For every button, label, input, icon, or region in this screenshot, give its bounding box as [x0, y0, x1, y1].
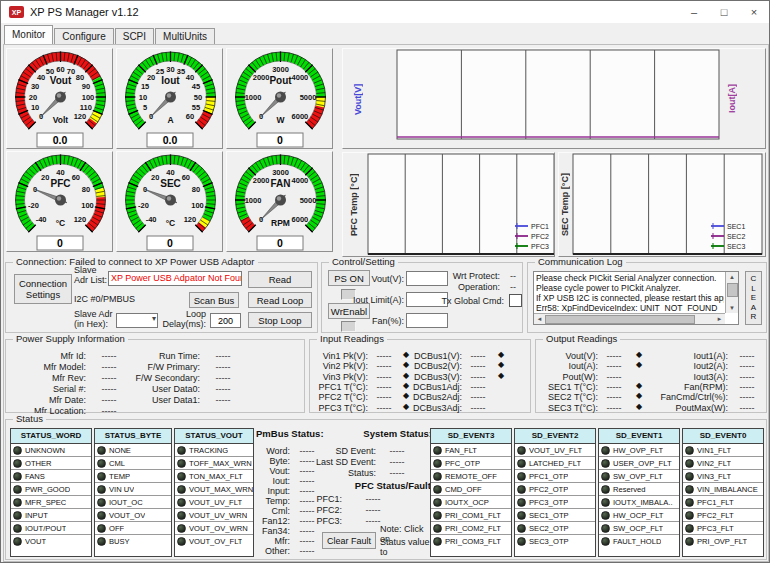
- sd-event-table-2-row-label: FAULT_HOLD: [613, 537, 661, 546]
- status-table-1-row[interactable]: VOUT_OV: [95, 509, 171, 522]
- status-table-2-row[interactable]: VOUT_UV_WRN: [175, 509, 253, 522]
- svg-text:PFC3: PFC3: [531, 243, 549, 250]
- status-table-1-row[interactable]: BUSY: [95, 535, 171, 548]
- sd-event-table-1-row[interactable]: PFC3_OTP: [515, 496, 595, 509]
- status-table-0-row[interactable]: VOUT: [11, 535, 91, 548]
- sd-event-table-1-row[interactable]: VOUT_UV_FLT: [515, 444, 595, 457]
- tx-global-checkbox[interactable]: [509, 294, 522, 307]
- ps-on-button[interactable]: PS ON: [328, 270, 370, 286]
- status-table-0-row[interactable]: INPUT: [11, 509, 91, 522]
- status-table-2-row[interactable]: TOFF_MAX_WRN: [175, 457, 253, 470]
- ps-info-group-title: Power Supply Information: [13, 333, 128, 344]
- sd-event-table-3-row[interactable]: PFC2_FLT: [683, 509, 763, 522]
- wr-enabl-button[interactable]: WrEnabl: [328, 303, 370, 319]
- sd-event-table-3-row[interactable]: VIN1_FLT: [683, 444, 763, 457]
- clear-fault-button[interactable]: Clear Fault: [322, 532, 376, 549]
- status-table-1-row[interactable]: OFF: [95, 522, 171, 535]
- sd-event-table-0-row[interactable]: CMD_OFF: [431, 483, 511, 496]
- sd-event-table-2-row[interactable]: IOUTX_IMBALA..: [599, 496, 679, 509]
- scroll-left-icon[interactable]: ◄: [534, 314, 545, 324]
- sd-event-table-3-row[interactable]: PRI_OVP_FLT: [683, 535, 763, 548]
- sd-event-table-1-row[interactable]: SEC2_OTP: [515, 522, 595, 535]
- status-table-0-row[interactable]: FANS: [11, 470, 91, 483]
- status-table-2-row-label: VOUT_UV_WRN: [189, 511, 247, 520]
- scroll-down-icon[interactable]: ▼: [727, 303, 738, 313]
- status-table-2-row[interactable]: VOUT_OV_WRN: [175, 522, 253, 535]
- status-table-1-row[interactable]: NONE: [95, 444, 171, 457]
- sd-event-table-0-row-label: IOUTX_OCP: [445, 498, 489, 507]
- clear-log-button[interactable]: CLEAR: [745, 271, 762, 325]
- connection-settings-button[interactable]: Connection Settings: [14, 274, 72, 304]
- sd-event-table-2-row[interactable]: HW_OCP_FLT: [599, 509, 679, 522]
- svg-text:20: 20: [147, 73, 155, 82]
- svg-text:SEC3: SEC3: [727, 243, 745, 250]
- status-led: [601, 472, 610, 481]
- status-table-0-row[interactable]: UNKNOWN: [11, 444, 91, 457]
- svg-text:Iout: Iout: [161, 75, 180, 86]
- pmbus-label: Vout:: [256, 466, 290, 476]
- sd-event-table-1-row[interactable]: SEC1_OTP: [515, 509, 595, 522]
- fan-set-input[interactable]: [406, 313, 448, 328]
- status-table-1-row[interactable]: CML: [95, 457, 171, 470]
- svg-text:120: 120: [74, 215, 87, 224]
- comm-log-box[interactable]: Please check PICkit Serial Analyzer conn…: [533, 271, 739, 325]
- slave-adr-select[interactable]: ▾: [116, 313, 158, 328]
- sd-event-table-0-row[interactable]: PRI_COM2_FLT: [431, 522, 511, 535]
- sd-event-table-0-row[interactable]: PFC_OTP: [431, 457, 511, 470]
- output-reading-value: -----: [732, 392, 762, 402]
- sd-event-table-2-row[interactable]: HW_OVP_FLT: [599, 444, 679, 457]
- status-table-0-row[interactable]: MFR_SPEC: [11, 496, 91, 509]
- loop-delay-input[interactable]: [210, 313, 241, 328]
- vout-set-input[interactable]: [406, 271, 448, 286]
- status-table-1-header: STATUS_BYTE: [95, 429, 171, 444]
- sd-event-table-2-row[interactable]: SW_OVP_FLT: [599, 470, 679, 483]
- sd-event-table-2-row[interactable]: Reserved: [599, 483, 679, 496]
- sd-event-table-0-row[interactable]: PRI_COM3_FLT: [431, 535, 511, 548]
- sd-event-table-3-row[interactable]: VIN_IMBALANCE: [683, 483, 763, 496]
- status-table-1-row[interactable]: VIN UV: [95, 483, 171, 496]
- status-table-2-row[interactable]: TRACKING: [175, 444, 253, 457]
- read-loop-button[interactable]: Read Loop: [248, 292, 312, 308]
- sd-event-table-3-row[interactable]: VIN3_FLT: [683, 470, 763, 483]
- vout-axis-label: Vout[V]: [353, 61, 363, 137]
- sd-event-table-0-row-label: PRI_COM3_FLT: [445, 537, 501, 546]
- sd-event-table-2-row[interactable]: FAULT_HOLD: [599, 535, 679, 548]
- sd-event-table-1-row[interactable]: SEC3_OTP: [515, 535, 595, 548]
- pfc-status-value: -----: [358, 505, 388, 515]
- status-table-0-row[interactable]: IOUT/POUT: [11, 522, 91, 535]
- sd-event-table-2-row[interactable]: SW_OCP_FLT: [599, 522, 679, 535]
- horizontal-scrollbar[interactable]: ◄ ►: [534, 313, 725, 324]
- vertical-scrollbar-thumb[interactable]: [727, 283, 738, 297]
- status-table-0-row[interactable]: OTHER: [11, 457, 91, 470]
- ps-info-value: -----: [206, 373, 240, 383]
- input-reading-value: -----: [464, 382, 492, 392]
- sd-event-table-0-row[interactable]: REMOTE_OFF: [431, 470, 511, 483]
- tab-monitor[interactable]: Monitor: [4, 25, 53, 44]
- vertical-scrollbar[interactable]: ▲ ▼: [725, 272, 738, 313]
- sd-event-table-0-row[interactable]: PRI_COM1_FLT: [431, 509, 511, 522]
- stop-loop-button[interactable]: Stop Loop: [248, 312, 312, 328]
- status-table-1-row[interactable]: IOUT_OC: [95, 496, 171, 509]
- status-table-0-row[interactable]: PWR_GOOD: [11, 483, 91, 496]
- sd-event-table-3-row[interactable]: PFC1_FLT: [683, 496, 763, 509]
- status-table-1-row[interactable]: TEMP: [95, 470, 171, 483]
- slave-adr-list-field[interactable]: XP Power USB Adpator Not Found: [108, 271, 242, 286]
- sd-event-table-1-row[interactable]: LATCHED_FLT: [515, 457, 595, 470]
- sd-event-table-3-row[interactable]: VIN2_FLT: [683, 457, 763, 470]
- status-table-2-row[interactable]: TON_MAX_FLT: [175, 470, 253, 483]
- status-led: [685, 485, 694, 494]
- horizontal-scrollbar-thumb[interactable]: [545, 315, 695, 324]
- scroll-right-icon[interactable]: ►: [714, 314, 725, 324]
- sd-event-table-3-row[interactable]: PFC3_FLT: [683, 522, 763, 535]
- status-table-2-row[interactable]: VOUT_MAX_WRN: [175, 483, 253, 496]
- sd-event-table-0-row[interactable]: FAN_FLT: [431, 444, 511, 457]
- sd-event-table-2-row[interactable]: USER_OVP_FLT: [599, 457, 679, 470]
- status-table-2-row[interactable]: VOUT_OV_FLT: [175, 535, 253, 548]
- sd-event-table-1-row[interactable]: PFC1_OTP: [515, 470, 595, 483]
- scroll-up-icon[interactable]: ▲: [727, 272, 738, 282]
- sd-event-table-0-row[interactable]: IOUTX_OCP: [431, 496, 511, 509]
- scan-bus-button[interactable]: Scan Bus: [189, 292, 239, 308]
- read-button[interactable]: Read: [248, 271, 312, 288]
- status-table-2-row[interactable]: VOUT_UV_FLT: [175, 496, 253, 509]
- sd-event-table-1-row[interactable]: PFC2_OTP: [515, 483, 595, 496]
